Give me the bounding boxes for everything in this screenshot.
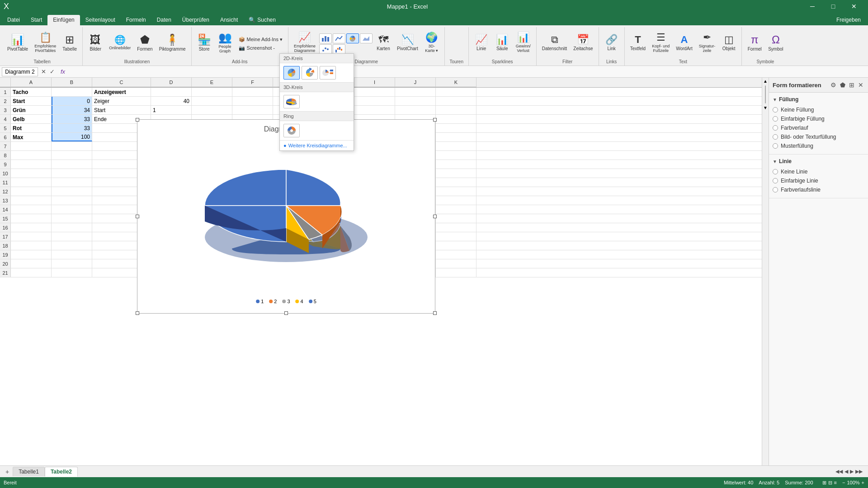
- table-cell[interactable]: 34: [52, 106, 92, 114]
- col-header-d[interactable]: D: [151, 78, 192, 87]
- table-cell[interactable]: [395, 97, 436, 105]
- store-button[interactable]: 🏪 Store: [194, 33, 214, 53]
- formel-button[interactable]: π Formel: [745, 33, 764, 53]
- normal-view-button[interactable]: ⊞: [822, 480, 826, 486]
- bilder-button[interactable]: 🖼 Bilder: [85, 33, 105, 53]
- table-cell[interactable]: [11, 259, 52, 268]
- pivottable-button[interactable]: 📊 PivotTable: [5, 33, 31, 53]
- table-cell[interactable]: [11, 196, 52, 205]
- table-cell[interactable]: [436, 250, 476, 259]
- table-cell[interactable]: 1: [151, 106, 192, 114]
- formula-cancel-button[interactable]: ✕: [40, 68, 47, 75]
- empfohlene-diagramme-button[interactable]: 📈 EmpfohleneDiagramme: [291, 31, 318, 55]
- table-cell[interactable]: 33: [52, 115, 92, 123]
- scroll-down-button[interactable]: ▼: [762, 104, 769, 111]
- table-cell[interactable]: Gelb: [11, 115, 52, 123]
- tab-ansicht[interactable]: Ansicht: [215, 15, 243, 25]
- screenshot-button[interactable]: 📷 Screenshot -: [236, 44, 285, 52]
- close-button[interactable]: ✕: [844, 0, 864, 13]
- tab-start[interactable]: Start: [25, 15, 47, 25]
- farbverlaufslinie-radio[interactable]: [773, 187, 778, 192]
- col-header-e[interactable]: E: [192, 78, 232, 87]
- table-cell[interactable]: [232, 106, 273, 114]
- cell-reference-input[interactable]: [2, 67, 38, 76]
- handle-br[interactable]: [433, 311, 437, 315]
- keine-fullung-option[interactable]: Keine Füllung: [773, 105, 864, 114]
- layout-view-button[interactable]: ⊟: [828, 480, 832, 486]
- scatter-chart-button[interactable]: [319, 44, 332, 54]
- piktogramme-button[interactable]: 🧍 Piktogramme: [156, 33, 189, 53]
- table-cell[interactable]: [11, 160, 52, 169]
- ring-button[interactable]: [283, 124, 300, 137]
- minimize-button[interactable]: ─: [802, 0, 823, 13]
- handle-bc[interactable]: [284, 311, 288, 315]
- tabelle-button[interactable]: ⊞ Tabelle: [60, 33, 80, 53]
- panel-shapes-button[interactable]: ⬟: [839, 80, 846, 89]
- handle-ml[interactable]: [136, 215, 139, 218]
- table-cell[interactable]: [436, 259, 476, 268]
- table-cell[interactable]: [11, 178, 52, 187]
- table-cell[interactable]: [436, 196, 476, 205]
- tab-tabelle2[interactable]: Tabelle2: [45, 467, 78, 477]
- tab-einfugen[interactable]: Einfügen: [47, 15, 80, 25]
- tab-formeln[interactable]: Formeln: [121, 15, 151, 25]
- pivotchart-button[interactable]: 📉 PivotChart: [394, 33, 421, 53]
- kopf-fusszeile-button[interactable]: ☰ Kopf- undFußzeile: [649, 31, 672, 55]
- table-cell[interactable]: [436, 187, 476, 196]
- table-cell[interactable]: [436, 142, 476, 150]
- empfohlene-pivottables-button[interactable]: 📋 EmpfohlenePivotTables: [32, 31, 59, 55]
- table-cell[interactable]: 33: [52, 124, 92, 132]
- col-header-a[interactable]: A: [11, 78, 52, 87]
- bild-texturfüllung-radio[interactable]: [773, 134, 778, 140]
- table-cell[interactable]: [395, 106, 436, 114]
- table-cell[interactable]: [52, 169, 92, 178]
- table-cell[interactable]: Zeiger: [92, 97, 151, 105]
- tab-daten[interactable]: Daten: [151, 15, 177, 25]
- symbol-button[interactable]: Ω Symbol: [765, 33, 786, 53]
- table-cell[interactable]: Start: [92, 106, 151, 114]
- table-cell[interactable]: [52, 241, 92, 250]
- einfarbige-fullung-radio[interactable]: [773, 116, 778, 122]
- keine-linie-option[interactable]: Keine Linie: [773, 167, 864, 176]
- table-cell[interactable]: [354, 97, 395, 105]
- table-cell[interactable]: [11, 223, 52, 232]
- page-break-button[interactable]: ≡: [834, 480, 837, 485]
- table-cell[interactable]: 0: [52, 97, 92, 105]
- table-cell[interactable]: Max: [11, 133, 52, 141]
- table-cell[interactable]: [436, 151, 476, 160]
- pie-2d-exploded-button[interactable]: [302, 66, 318, 80]
- einfarbige-linie-option[interactable]: Einfarbige Linie: [773, 176, 864, 185]
- col-header-f[interactable]: F: [232, 78, 273, 87]
- table-cell[interactable]: [11, 250, 52, 259]
- table-cell[interactable]: [52, 232, 92, 241]
- tab-datei[interactable]: Datei: [2, 15, 25, 25]
- col-header-b[interactable]: B: [52, 78, 92, 87]
- table-cell[interactable]: Tacho: [11, 88, 52, 96]
- table-cell[interactable]: 40: [151, 97, 192, 105]
- handle-mr[interactable]: [433, 215, 437, 218]
- table-cell[interactable]: Anzeigewert: [92, 88, 151, 96]
- meine-add-ins-button[interactable]: 📦 Meine Add-Ins ▾: [236, 36, 285, 43]
- table-cell[interactable]: [192, 97, 232, 105]
- bar-chart-button[interactable]: [319, 33, 332, 43]
- panel-settings-button[interactable]: ⚙: [830, 80, 837, 89]
- table-cell[interactable]: [52, 259, 92, 268]
- table-cell[interactable]: [52, 268, 92, 277]
- pie-3d-button[interactable]: [283, 95, 300, 108]
- fullung-title[interactable]: ▼ Füllung: [773, 96, 864, 103]
- table-cell[interactable]: [436, 268, 476, 277]
- col-header-c[interactable]: C: [92, 78, 151, 87]
- tab-tabelle1[interactable]: Tabelle1: [13, 467, 45, 476]
- people-graph-button[interactable]: 👥 PeopleGraph: [215, 30, 235, 55]
- keine-linie-radio[interactable]: [773, 169, 778, 174]
- scroll-up-button[interactable]: ▲: [762, 78, 769, 84]
- formula-confirm-button[interactable]: ✓: [48, 68, 56, 75]
- table-cell[interactable]: [395, 88, 436, 96]
- table-cell[interactable]: [52, 205, 92, 214]
- datenschnitt-button[interactable]: ⧉ Datenschnitt: [539, 33, 570, 53]
- onlinebilder-button[interactable]: 🌐 Onlinebilder: [106, 33, 133, 52]
- textfeld-button[interactable]: T Textfeld: [627, 33, 648, 53]
- table-cell[interactable]: [436, 214, 476, 223]
- musterfüllung-radio[interactable]: [773, 143, 778, 149]
- einfarbige-linie-radio[interactable]: [773, 178, 778, 183]
